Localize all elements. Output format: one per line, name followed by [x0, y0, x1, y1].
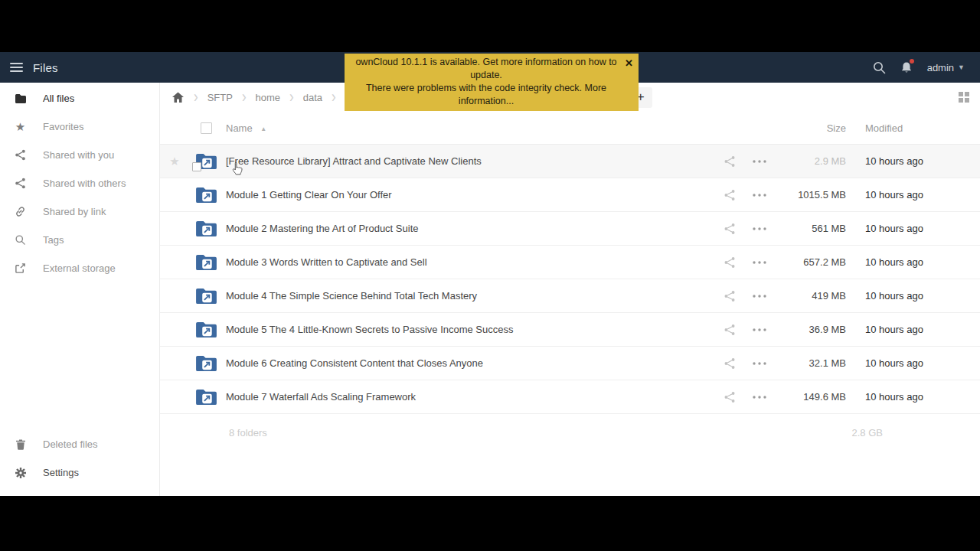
file-size: 419 MB — [776, 290, 846, 302]
more-options-icon[interactable] — [743, 194, 776, 197]
banner-integrity-line[interactable]: There were problems with the code integr… — [352, 82, 620, 108]
folder-icon — [14, 93, 27, 104]
more-options-icon[interactable] — [743, 227, 776, 230]
select-all-checkbox[interactable] — [201, 122, 212, 134]
user-menu[interactable]: admin ▼ — [927, 62, 965, 73]
column-header-modified[interactable]: Modified — [846, 122, 980, 134]
file-size: 561 MB — [776, 223, 846, 234]
sidebar-item-shared-by-link[interactable]: Shared by link — [0, 197, 159, 226]
search-icon[interactable] — [873, 61, 886, 74]
column-header-size[interactable]: Size — [776, 122, 846, 134]
row-checkbox[interactable] — [192, 162, 201, 171]
more-options-icon[interactable] — [743, 295, 776, 298]
more-options-icon[interactable] — [743, 261, 776, 264]
star-icon: ★ — [14, 121, 27, 132]
list-summary: 8 folders 2.8 GB — [160, 414, 980, 439]
sidebar-item-shared-with-others[interactable]: Shared with others — [0, 169, 159, 197]
sidebar-item-tags[interactable]: Tags — [0, 226, 159, 254]
table-row[interactable]: ★ Module 7 Waterfall Ads Scaling Framewo… — [160, 380, 980, 414]
shared-folder-icon[interactable] — [195, 186, 217, 204]
column-header-name[interactable]: Name ▲ — [223, 122, 716, 134]
share-icon[interactable] — [716, 256, 743, 269]
more-options-icon[interactable] — [743, 362, 776, 365]
chevron-down-icon: ▼ — [958, 64, 965, 71]
shared-folder-icon[interactable] — [195, 220, 217, 237]
sidebar-item-label: Deleted files — [43, 439, 98, 450]
breadcrumb-item[interactable]: SFTP — [207, 92, 233, 103]
grid-view-icon[interactable] — [959, 92, 969, 103]
sidebar-item-all-files[interactable]: All files — [0, 84, 159, 112]
owncloud-window: Files admin ▼ ownCloud 10.1.1 is availab… — [0, 52, 980, 496]
breadcrumb-item[interactable]: data — [303, 92, 322, 103]
file-modified: 10 hours ago — [846, 223, 980, 234]
file-name[interactable]: Module 4 The Simple Science Behind Total… — [223, 290, 716, 302]
total-size: 2.8 GB — [852, 427, 883, 439]
file-size: 657.2 MB — [776, 256, 846, 268]
trash-icon — [14, 439, 27, 450]
share-icon[interactable] — [716, 391, 743, 403]
table-row[interactable]: ★ Module 3 Words Written to Captivate an… — [160, 246, 980, 279]
table-row[interactable]: ★ Module 1 Getting Clear On Your Offer 1… — [160, 178, 980, 212]
file-modified: 10 hours ago — [846, 189, 980, 201]
screen: Files admin ▼ ownCloud 10.1.1 is availab… — [0, 0, 980, 551]
shared-folder-icon[interactable] — [195, 354, 217, 372]
table-row[interactable]: ★ Module 2 Mastering the Art of Product … — [160, 212, 980, 246]
table-row[interactable]: ★ Module 5 The 4 Little-Known Secrets to… — [160, 313, 980, 347]
shared-folder-icon[interactable] — [195, 321, 217, 338]
sidebar-item-label: Shared by link — [43, 206, 106, 217]
sidebar-item-label: Favorites — [43, 121, 83, 132]
file-name[interactable]: Module 6 Creating Consistent Content tha… — [223, 357, 716, 369]
sidebar-item-favorites[interactable]: ★ Favorites — [0, 112, 159, 141]
breadcrumb-separator: › — [332, 87, 336, 107]
sidebar-item-label: All files — [43, 93, 74, 104]
apps-menu-icon[interactable] — [10, 60, 23, 74]
more-options-icon[interactable] — [743, 328, 776, 331]
file-modified: 10 hours ago — [846, 391, 980, 403]
favorite-star-icon[interactable]: ★ — [169, 155, 179, 167]
user-name: admin — [927, 62, 954, 73]
file-name[interactable]: Module 1 Getting Clear On Your Offer — [223, 189, 716, 201]
file-name[interactable]: [Free Resource Library] Attract and Capt… — [223, 155, 716, 167]
notifications-bell-icon[interactable] — [900, 61, 913, 74]
file-list-panel: › SFTP › home › data › Upload May 2020 ›… — [160, 83, 980, 496]
sidebar-item-external-storage[interactable]: External storage — [0, 254, 159, 282]
file-name[interactable]: Module 3 Words Written to Captivate and … — [223, 256, 716, 268]
sidebar-item-settings[interactable]: Settings — [0, 458, 159, 487]
sidebar-item-label: Settings — [43, 467, 79, 478]
sidebar-item-deleted-files[interactable]: Deleted files — [0, 430, 159, 458]
banner-update-line[interactable]: ownCloud 10.1.1 is available. Get more i… — [352, 56, 620, 82]
file-modified: 10 hours ago — [846, 155, 980, 167]
share-icon[interactable] — [716, 290, 743, 302]
update-notification-banner: ownCloud 10.1.1 is available. Get more i… — [345, 54, 639, 111]
shared-folder-icon[interactable] — [195, 253, 217, 271]
notification-dot — [910, 59, 914, 64]
sidebar-item-shared-with-you[interactable]: Shared with you — [0, 141, 159, 169]
sidebar-item-label: External storage — [43, 262, 116, 274]
file-modified: 10 hours ago — [846, 324, 980, 335]
more-options-icon[interactable] — [743, 396, 776, 399]
share-icon[interactable] — [716, 324, 743, 336]
file-name[interactable]: Module 2 Mastering the Art of Product Su… — [223, 223, 716, 234]
breadcrumb-item[interactable]: home — [256, 92, 281, 103]
shared-folder-icon[interactable] — [195, 388, 217, 406]
share-icon — [14, 178, 27, 189]
breadcrumb-separator: › — [242, 87, 247, 107]
file-name[interactable]: Module 7 Waterfall Ads Scaling Framework — [223, 391, 716, 403]
close-icon[interactable]: ✕ — [625, 57, 633, 70]
table-row[interactable]: ★ [Free Resource Library] Attract and Ca… — [160, 145, 980, 178]
shared-folder-icon[interactable] — [195, 287, 217, 305]
share-icon[interactable] — [716, 357, 743, 370]
more-options-icon[interactable] — [743, 160, 776, 163]
share-icon[interactable] — [716, 189, 743, 201]
table-row[interactable]: ★ Module 6 Creating Consistent Content t… — [160, 347, 980, 380]
table-row[interactable]: ★ Module 4 The Simple Science Behind Tot… — [160, 279, 980, 313]
home-icon[interactable] — [172, 92, 185, 103]
share-icon[interactable] — [716, 155, 743, 168]
sidebar-item-label: Shared with others — [43, 178, 126, 189]
file-name[interactable]: Module 5 The 4 Little-Known Secrets to P… — [223, 324, 716, 335]
share-icon[interactable] — [716, 223, 743, 235]
app-title: Files — [33, 61, 58, 74]
external-storage-icon — [14, 262, 27, 274]
shared-folder-icon[interactable] — [195, 152, 217, 170]
file-size: 149.6 MB — [776, 391, 846, 403]
